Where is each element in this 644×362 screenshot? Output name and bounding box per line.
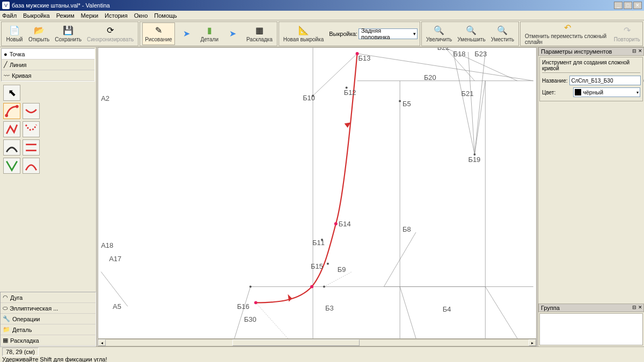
svg-point-27 [334, 222, 338, 225]
group-header: Группа⊟ ✕ [538, 304, 644, 312]
zoom-fit-icon: 🔍 [497, 25, 508, 36]
cat-layout2[interactable]: ▦Раскладка [1, 335, 96, 346]
undo-icon: ↶ [562, 23, 573, 33]
layout-icon-2: ▦ [3, 337, 8, 344]
menu-history[interactable]: История [105, 12, 128, 19]
tool-intersect[interactable] [3, 158, 20, 174]
svg-text:А5: А5 [113, 302, 121, 311]
minimize-button[interactable]: _ [614, 2, 623, 9]
details-icon: ▮ [204, 25, 215, 36]
close-button[interactable]: ✕ [633, 2, 642, 9]
cat-operations[interactable]: 🔧Операции [1, 314, 96, 324]
svg-text:Б21: Б21 [462, 90, 474, 98]
tool-palette: ⬉ [3, 85, 93, 174]
draw-mode-button[interactable]: ✎Рисование [142, 23, 174, 45]
folder-icon: 📁 [3, 326, 10, 333]
tool-curve2[interactable] [23, 103, 40, 119]
status-hint: Удерживайте Shift для фиксации угла! [2, 356, 107, 362]
svg-text:Б5: Б5 [402, 100, 411, 108]
svg-point-32 [399, 100, 401, 102]
zoom-out-icon: 🔍 [466, 25, 477, 36]
right-panel: Параметры инструментов⊟ ✕ Инструмент для… [538, 47, 644, 346]
save-button[interactable]: 💾Сохранить [53, 23, 84, 45]
svg-point-28 [310, 285, 313, 289]
maximize-button[interactable]: □ [624, 2, 632, 9]
svg-text:Б3: Б3 [325, 304, 334, 312]
cat-detail[interactable]: 📁Деталь [1, 324, 96, 335]
svg-text:Б20: Б20 [424, 73, 436, 82]
svg-point-35 [323, 286, 325, 288]
ellipse-icon: ⬭ [3, 305, 8, 312]
pencil-icon: ✎ [153, 25, 164, 36]
scroll-right-button[interactable]: ▸ [529, 339, 536, 346]
menu-pattern[interactable]: Выкройка [23, 12, 50, 19]
save-icon: 💾 [63, 25, 74, 36]
svg-line-17 [235, 287, 251, 338]
group-close-icon[interactable]: ⊟ ✕ [632, 305, 642, 310]
new-icon: 📄 [9, 25, 20, 36]
svg-line-14 [474, 81, 485, 154]
cat-point[interactable]: ●Точка [2, 49, 94, 60]
tool-pointer[interactable]: ⬉ [3, 85, 20, 101]
sync-icon: ⟳ [105, 25, 116, 36]
tool-cut[interactable] [3, 139, 20, 156]
svg-line-13 [474, 52, 485, 154]
zoom-in-button[interactable]: 🔍Увеличить [424, 23, 454, 45]
scroll-left-button[interactable]: ◂ [98, 339, 106, 346]
wrench-icon: 🔧 [3, 315, 10, 322]
svg-line-22 [324, 272, 352, 287]
svg-text:Б30: Б30 [244, 315, 257, 323]
arrow-icon-2: ➤ [222, 23, 243, 45]
new-pattern-button[interactable]: 📐Новая выкройка [281, 23, 326, 45]
cat-ellipse[interactable]: ⬭Эллиптическая ... [1, 303, 96, 314]
cat-curve[interactable]: 〰Кривая [2, 70, 94, 81]
tool-title: Инструмент для создания сложной кривой [542, 60, 640, 73]
layout-mode-button[interactable]: ▦Раскладка [244, 23, 275, 45]
menu-file[interactable]: Файл [2, 12, 17, 19]
svg-text:Б19: Б19 [468, 156, 480, 164]
svg-point-0 [5, 114, 8, 117]
menu-window[interactable]: Окно [134, 12, 148, 19]
new-button[interactable]: 📄Новый [4, 23, 25, 45]
tool-path[interactable] [3, 121, 20, 137]
sync-button[interactable]: ⟳Синхронизировать [85, 23, 136, 45]
undo-button[interactable]: ↶Отменить переместить сложный сплайн [523, 23, 613, 45]
svg-text:Б15: Б15 [311, 262, 323, 270]
cat-line[interactable]: ╱Линия [2, 60, 94, 70]
redo-button[interactable]: ↷Повторить [614, 23, 640, 45]
status-coords: 78, 29 (см) [2, 348, 39, 356]
color-select[interactable]: чёрный▾ [573, 87, 640, 97]
group-list[interactable] [539, 313, 643, 345]
window-title: база мужские штаны.val* - Valentina [12, 2, 110, 9]
tool-path2[interactable] [23, 121, 40, 137]
open-button[interactable]: 📂Открыть [26, 23, 52, 45]
details-mode-button[interactable]: ▮Детали [199, 23, 221, 45]
arrow-icon: ➤ [176, 23, 197, 45]
zoom-out-button[interactable]: 🔍Уменьшить [455, 23, 487, 45]
svg-text:Б22: Б22 [437, 48, 450, 51]
svg-line-19 [400, 287, 416, 338]
new-pattern-icon: 📐 [298, 25, 309, 36]
menu-measurements[interactable]: Мерки [81, 12, 98, 19]
tool-intersect2[interactable] [23, 158, 40, 174]
name-input[interactable] [569, 76, 641, 85]
pattern-select[interactable]: Задняя половинка [358, 28, 418, 39]
svg-point-37 [327, 263, 329, 265]
svg-text:Б11: Б11 [312, 239, 325, 247]
cat-arc[interactable]: ◠Дуга [1, 292, 96, 303]
tool-cut2[interactable] [23, 139, 40, 156]
left-panel: ●Точка ╱Линия 〰Кривая ⬉ ◠Дуга ⬭Эллиптиче… [0, 47, 97, 346]
menu-mode[interactable]: Режим [56, 12, 75, 19]
panel-close-icon[interactable]: ⊟ ✕ [632, 48, 642, 54]
zoom-fit-button[interactable]: 🔍Уместить [489, 23, 516, 45]
color-label: Цвет: [542, 90, 571, 95]
menu-help[interactable]: Помощь [154, 12, 177, 19]
svg-text:Б13: Б13 [358, 54, 371, 62]
scroll-thumb[interactable] [232, 339, 359, 346]
line-icon: ╱ [4, 61, 8, 68]
zoom-in-icon: 🔍 [434, 25, 444, 36]
svg-text:А2: А2 [101, 94, 109, 102]
tool-spline[interactable] [3, 103, 20, 119]
drawing-canvas[interactable]: Б13 Б10 Б12 Б22 Б18 Б23 Б20 Б21 Б5 Б19 Б… [98, 47, 537, 339]
horizontal-scrollbar[interactable]: ◂ ▸ [98, 339, 537, 346]
